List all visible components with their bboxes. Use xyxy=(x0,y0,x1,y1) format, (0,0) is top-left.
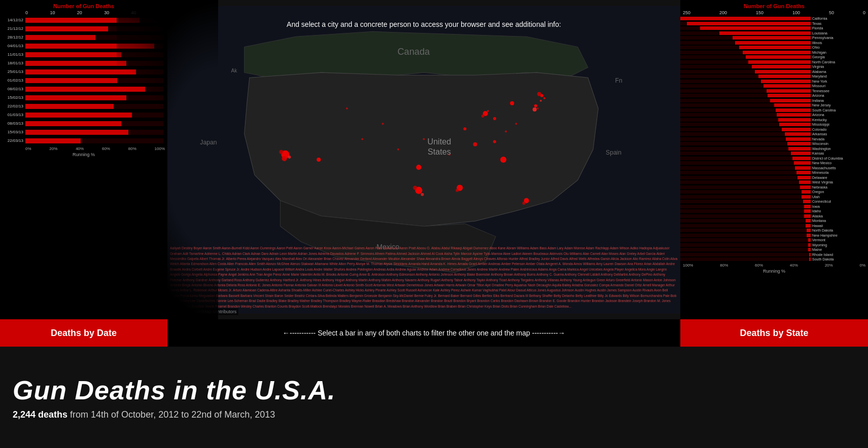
svg-point-7 xyxy=(481,115,484,118)
right-bar-row[interactable]: Virginia xyxy=(680,64,868,69)
right-bar-row[interactable]: South Carolina xyxy=(680,108,868,113)
right-bar-row[interactable]: Nebraska xyxy=(680,185,868,190)
right-bar-row[interactable]: Colorado xyxy=(680,127,868,132)
svg-point-11 xyxy=(288,156,291,159)
right-bar-row[interactable]: Arizona xyxy=(680,113,868,117)
right-bar-fill-container xyxy=(680,46,811,49)
right-bar-fill xyxy=(778,118,811,122)
right-bar-row[interactable]: Kansas xyxy=(680,151,868,156)
right-bar-row[interactable]: Louisiana xyxy=(680,31,868,35)
left-bar-row[interactable]: 15/02/13 xyxy=(25,94,163,101)
right-bar-fill xyxy=(804,209,811,213)
right-bar-row[interactable]: Maryland xyxy=(680,74,868,79)
left-bar-row[interactable]: 08/02/13 xyxy=(25,85,163,93)
right-bar-fill xyxy=(809,257,811,261)
right-bar-row[interactable]: Arkansas xyxy=(680,132,868,136)
right-bar-fill xyxy=(807,234,811,237)
right-bar-fill-container xyxy=(680,214,811,218)
left-bar-row[interactable]: 28/12/12 xyxy=(25,33,163,41)
right-bar-row[interactable]: Tennessee xyxy=(680,89,868,93)
right-bar-fill-container xyxy=(680,113,811,117)
right-bar-fill xyxy=(687,22,811,25)
left-bar-row[interactable]: 14/12/12 xyxy=(25,16,163,24)
right-bar-row[interactable]: Georgia xyxy=(680,55,868,59)
right-bar-row[interactable]: Illinois xyxy=(680,41,868,45)
right-bar-row[interactable]: Connecticut xyxy=(680,199,868,204)
right-bar-row[interactable]: Maine xyxy=(680,247,868,252)
deaths-by-date-button[interactable]: Deaths by Date xyxy=(0,319,167,347)
right-bar-fill-container xyxy=(680,108,811,112)
right-bar-row[interactable]: Delaware xyxy=(680,175,868,180)
center-map[interactable]: And select a city and a concrete person … xyxy=(167,0,680,319)
right-bar-row[interactable]: Arizona xyxy=(680,93,868,98)
right-bar-fill xyxy=(758,74,811,78)
left-bar-label: 22/02/13 xyxy=(1,104,25,108)
svg-point-29 xyxy=(493,117,496,120)
right-bar-row[interactable]: Indiana xyxy=(680,98,868,103)
right-bar-row[interactable]: Wisconsin xyxy=(680,141,868,146)
right-bar-row[interactable]: West Virginia xyxy=(680,180,868,184)
right-bar-row[interactable]: Montana xyxy=(680,218,868,223)
left-bar-row[interactable]: 01/02/13 xyxy=(25,77,163,84)
left-bar-row[interactable]: 01/03/13 xyxy=(25,111,163,119)
right-bar-row[interactable]: Alaska xyxy=(680,214,868,218)
right-bar-state-label: Maine xyxy=(812,248,868,251)
right-bar-state-label: Arkansas xyxy=(812,132,868,136)
right-bar-row[interactable]: Oregon xyxy=(680,190,868,194)
left-bar-row[interactable]: 11/01/13 xyxy=(25,51,163,58)
right-bar-row[interactable]: California xyxy=(680,16,868,21)
right-bar-row[interactable]: Rhode Island xyxy=(680,252,868,257)
right-chart[interactable]: Number of Gun Deaths 250 200 150 100 50 … xyxy=(680,0,868,319)
right-bar-row[interactable]: Ohio xyxy=(680,45,868,50)
left-bar-row[interactable]: 18/01/13 xyxy=(25,59,163,67)
right-bar-row[interactable]: North Carolina xyxy=(680,60,868,64)
right-bar-row[interactable]: New York xyxy=(680,79,868,84)
right-bar-row[interactable]: Missouri xyxy=(680,84,868,88)
right-bar-state-label: Connecticut xyxy=(812,200,868,203)
right-bar-fill xyxy=(794,161,811,165)
left-bar-row[interactable]: 08/03/13 xyxy=(25,120,163,127)
right-bar-row[interactable]: Mississippi xyxy=(680,122,868,127)
left-bar-row[interactable]: 22/03/13 xyxy=(25,137,163,144)
right-bar-row[interactable]: District of Columbia xyxy=(680,156,868,161)
right-bar-row[interactable]: Wyoming xyxy=(680,243,868,247)
left-bar-label: 14/12/12 xyxy=(1,18,25,22)
right-bar-row[interactable]: Texas xyxy=(680,21,868,26)
right-bar-row[interactable]: New Jersey xyxy=(680,103,868,107)
right-bar-row[interactable]: Iowa xyxy=(680,204,868,209)
right-bar-row[interactable]: Florida xyxy=(680,26,868,30)
left-bar-row[interactable]: 15/03/13 xyxy=(25,128,163,136)
left-bar-row[interactable]: 22/02/13 xyxy=(25,102,163,110)
right-bar-row[interactable]: New Hampshire xyxy=(680,233,868,238)
right-bar-fill xyxy=(786,137,811,141)
right-bar-row[interactable]: North Dakota xyxy=(680,228,868,233)
right-bar-row[interactable]: Alabama xyxy=(680,69,868,74)
right-bar-row[interactable]: Utah xyxy=(680,195,868,199)
right-bar-state-label: Indiana xyxy=(812,99,868,102)
right-bar-row[interactable]: Massachusetts xyxy=(680,166,868,170)
right-bar-row[interactable]: Hawaii xyxy=(680,223,868,228)
map-credit: © OpenStreetMap contributors xyxy=(172,308,238,315)
right-bar-row[interactable]: Idaho xyxy=(680,209,868,213)
right-bar-row[interactable]: Michigan xyxy=(680,50,868,55)
right-bar-row[interactable]: Nevada xyxy=(680,137,868,141)
right-bar-row[interactable]: Vermont xyxy=(680,238,868,242)
right-bar-row[interactable]: Minnesota xyxy=(680,170,868,175)
right-bar-fill xyxy=(795,166,811,170)
svg-point-27 xyxy=(473,142,477,146)
right-bar-state-label: Colorado xyxy=(812,128,868,131)
svg-text:Ak: Ak xyxy=(231,68,238,73)
left-bar-row[interactable]: 04/01/13 xyxy=(25,42,163,50)
right-bar-state-label: Rhode Island xyxy=(812,253,868,256)
right-bar-fill-container xyxy=(680,157,811,160)
left-chart[interactable]: Number of Gun Deaths 0 10 20 30 40 50 14… xyxy=(0,0,167,319)
svg-text:United: United xyxy=(427,137,451,146)
left-bar-row[interactable]: 21/12/12 xyxy=(25,25,163,32)
right-bar-row[interactable]: New Mexico xyxy=(680,161,868,165)
left-bar-row[interactable]: 25/01/13 xyxy=(25,68,163,76)
right-bar-row[interactable]: Pennsylvania xyxy=(680,35,868,40)
right-bar-row[interactable]: South Dakota xyxy=(680,257,868,262)
right-bar-row[interactable]: Kentucky xyxy=(680,118,868,122)
deaths-by-state-button[interactable]: Deaths by State xyxy=(680,319,868,347)
right-bar-row[interactable]: Washington xyxy=(680,146,868,151)
